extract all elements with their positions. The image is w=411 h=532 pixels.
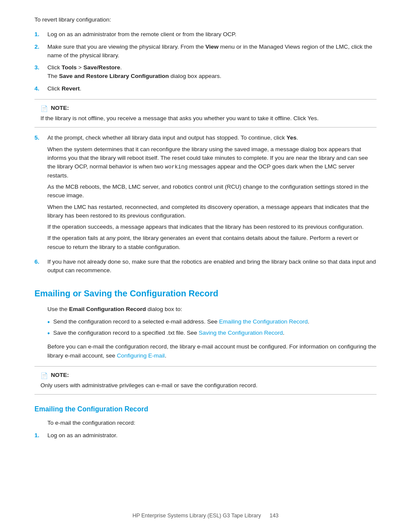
- section-intro-after: dialog box to:: [146, 306, 182, 312]
- section-para-link[interactable]: Configuring E-mail: [117, 352, 165, 359]
- step-5-para4: If the operation succeeds, a message app…: [47, 223, 377, 231]
- step-3-sub-bold: Save and Restore Library Configuration: [59, 73, 169, 79]
- bullet-2-before: Save the configuration record to a speci…: [53, 330, 199, 336]
- step-3-text-before: Click: [47, 64, 62, 71]
- step-4: 4. Click Revert.: [34, 84, 377, 93]
- note-2-body: Only users with administrative privilege…: [40, 381, 371, 390]
- note-1-body: If the library is not offline, you recei…: [40, 114, 371, 123]
- step-3-text-mid: >: [77, 64, 83, 71]
- step-5-para3: When the LMC has restarted, reconnected,…: [47, 203, 377, 221]
- step-6-content: If you have not already done so, make su…: [47, 258, 377, 275]
- note-1-label: NOTE:: [51, 104, 69, 112]
- sub-section-heading: Emailing the Configuration Record: [34, 404, 377, 414]
- section-intro: Use the Email Configuration Record dialo…: [47, 305, 377, 314]
- step-4-content: Click Revert.: [47, 84, 377, 93]
- step-2-content: Make sure that you are viewing the physi…: [47, 43, 377, 60]
- step-2: 2. Make sure that you are viewing the ph…: [34, 43, 377, 60]
- step-3-sub: The: [47, 73, 59, 79]
- step-5-para1: When the system determines that it can r…: [47, 145, 377, 180]
- step-3-bold2: Save/Restore: [83, 64, 120, 71]
- working-code: working: [165, 164, 188, 170]
- section-intro-bold: Email Configuration Record: [69, 306, 146, 312]
- note-box-1: 📄 NOTE: If the library is not offline, y…: [34, 99, 377, 128]
- step-6: 6. If you have not already done so, make…: [34, 258, 377, 275]
- bullet-2-content: Save the configuration record to a speci…: [53, 329, 285, 337]
- sub-step-1-num: 1.: [34, 431, 47, 440]
- section-para-before: Before you can e-mail the configuration …: [47, 343, 376, 358]
- bullet-2: • Save the configuration record to a spe…: [47, 329, 377, 338]
- bullet-dot-1: •: [47, 317, 50, 327]
- step-4-num: 4.: [34, 84, 47, 93]
- step-3-sub-after: dialog box appears.: [169, 73, 221, 79]
- step-4-text-before: Click: [47, 85, 62, 92]
- step-3-content: Click Tools > Save/Restore. The Save and…: [47, 63, 377, 81]
- intro-text: To revert library configuration:: [34, 16, 377, 24]
- step-5-para2: As the MCB reboots, the MCB, LMC server,…: [47, 183, 377, 200]
- step-5-main: At the prompt, check whether all library…: [47, 134, 377, 142]
- sub-section-intro: To e-mail the configuration record:: [47, 419, 377, 427]
- step-1: 1. Log on as an administrator from the r…: [34, 30, 377, 39]
- footer-product: HP Enterprise Systems Library (ESL) G3 T…: [132, 512, 261, 520]
- bullet-dot-2: •: [47, 329, 50, 338]
- step-5-content: At the prompt, check whether all library…: [47, 134, 377, 254]
- step-3: 3. Click Tools > Save/Restore. The Save …: [34, 63, 377, 81]
- note-icon-2: 📄: [40, 371, 48, 379]
- step-1-content: Log on as an administrator from the remo…: [47, 30, 377, 39]
- section-heading: Emailing or Saving the Configuration Rec…: [34, 287, 377, 300]
- step-5-para5: If the operation fails at any point, the…: [47, 234, 377, 252]
- note-1-title: 📄 NOTE:: [40, 104, 371, 112]
- step-3-bold1: Tools: [62, 64, 77, 71]
- bullet-1-link[interactable]: Emailing the Configuration Record: [219, 318, 308, 325]
- sub-step-1-content: Log on as an administrator.: [47, 431, 377, 440]
- step-1-num: 1.: [34, 30, 47, 39]
- bullet-1-after: .: [308, 318, 309, 325]
- bullet-1-before: Send the configuration record to a selec…: [53, 318, 219, 325]
- step-2-num: 2.: [34, 43, 47, 60]
- step-6-num: 6.: [34, 258, 47, 275]
- step-4-bold: Revert: [62, 85, 80, 92]
- step-2-bold: View: [206, 44, 219, 50]
- page-container: To revert library configuration: 1. Log …: [0, 0, 411, 532]
- step-5: 5. At the prompt, check whether all libr…: [34, 134, 377, 254]
- footer-page: 143: [270, 512, 279, 520]
- steps-list-part1: 1. Log on as an administrator from the r…: [34, 30, 377, 93]
- bullet-1: • Send the configuration record to a sel…: [47, 317, 377, 327]
- step-2-text-before: Make sure that you are viewing the physi…: [47, 44, 206, 50]
- bullet-2-after: .: [283, 330, 284, 336]
- step-3-num: 3.: [34, 63, 47, 81]
- sub-step-1: 1. Log on as an administrator.: [34, 431, 377, 440]
- step-3-text-after: .: [120, 64, 122, 71]
- bullet-1-content: Send the configuration record to a selec…: [53, 317, 309, 326]
- section-para-after: .: [165, 352, 166, 359]
- step-5-num: 5.: [34, 134, 47, 254]
- note-2-label: NOTE:: [51, 371, 69, 380]
- note-icon-1: 📄: [40, 104, 48, 112]
- page-footer: HP Enterprise Systems Library (ESL) G3 T…: [0, 512, 411, 520]
- note-box-2: 📄 NOTE: Only users with administrative p…: [34, 366, 377, 395]
- sub-section-steps: 1. Log on as an administrator.: [34, 431, 377, 440]
- step-4-text-after: .: [80, 85, 81, 92]
- step-5-yes: Yes: [286, 134, 296, 141]
- section-para: Before you can e-mail the configuration …: [47, 342, 377, 360]
- note-2-title: 📄 NOTE:: [40, 371, 371, 380]
- steps-list-part2: 5. At the prompt, check whether all libr…: [34, 134, 377, 275]
- bullet-2-link[interactable]: Saving the Configuration Record: [199, 330, 283, 336]
- section-intro-before: Use the: [47, 306, 69, 312]
- section-bullets: • Send the configuration record to a sel…: [47, 317, 377, 339]
